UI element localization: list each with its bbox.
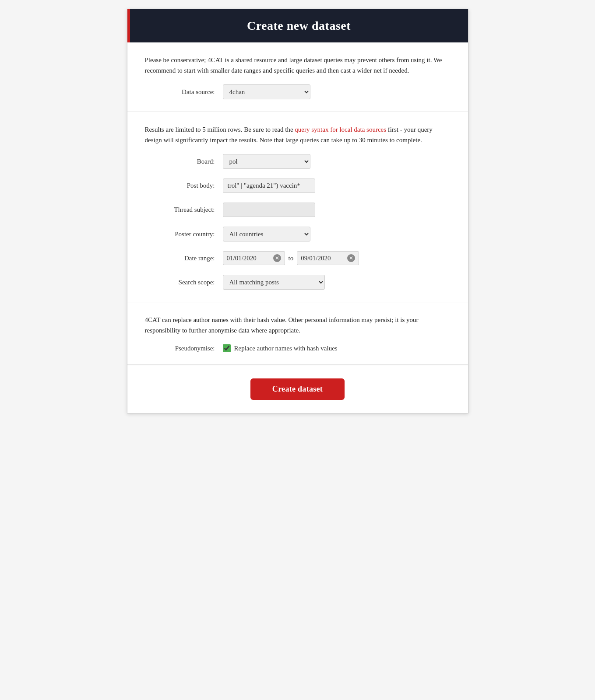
pseudonymise-checkbox[interactable] [223,344,231,352]
datasource-row: Data source: 4chan Reddit Twitter Instag… [145,84,451,99]
start-date-clear-button[interactable]: ✕ [273,254,281,262]
query-info-text: Results are limited to 5 million rows. B… [145,124,451,145]
poster-country-row: Poster country: All countries United Sta… [145,227,451,242]
start-date-wrapper: ✕ [223,251,285,265]
post-body-label: Post body: [145,182,215,189]
pseudonymise-checkbox-label: Replace author names with hash values [234,345,338,352]
page-container: Create new dataset Please be conservativ… [127,9,468,413]
intro-section: Please be conservative; 4CAT is a shared… [127,42,468,112]
date-range-label: Date range: [145,255,215,262]
date-range-row: Date range: ✕ to ✕ [145,251,451,265]
page-title: Create new dataset [139,19,459,33]
anonymise-info-text: 4CAT can replace author names with their… [145,315,451,336]
page-header: Create new dataset [127,9,468,42]
end-date-wrapper: ✕ [297,251,359,265]
date-range-to-label: to [289,255,294,262]
post-body-input[interactable] [223,178,315,193]
submit-section: Create dataset [127,365,468,413]
date-range-container: ✕ to ✕ [223,251,359,265]
thread-subject-label: Thread subject: [145,206,215,214]
intro-text: Please be conservative; 4CAT is a shared… [145,55,451,76]
thread-subject-row: Thread subject: [145,203,451,217]
start-date-input[interactable] [227,255,271,262]
post-body-row: Post body: [145,178,451,193]
datasource-label: Data source: [145,88,215,96]
poster-country-select[interactable]: All countries United States United Kingd… [223,227,310,242]
end-date-clear-button[interactable]: ✕ [347,254,355,262]
query-info-before: Results are limited to 5 million rows. B… [145,126,295,133]
pseudonymise-label: Pseudonymise: [145,345,215,352]
pseudonymise-checkbox-wrapper: Replace author names with hash values [223,344,338,352]
thread-subject-input[interactable] [223,203,315,217]
create-dataset-button[interactable]: Create dataset [250,378,345,400]
board-row: Board: pol b v g fit int [145,154,451,169]
pseudonymise-row: Pseudonymise: Replace author names with … [145,344,451,352]
query-syntax-link[interactable]: query syntax for local data sources [295,126,386,133]
search-scope-select[interactable]: All matching posts Threads with matching… [223,275,325,290]
board-label: Board: [145,158,215,165]
end-date-input[interactable] [301,255,345,262]
search-scope-label: Search scope: [145,279,215,286]
anonymise-section: 4CAT can replace author names with their… [127,302,468,365]
search-scope-row: Search scope: All matching posts Threads… [145,275,451,290]
datasource-select[interactable]: 4chan Reddit Twitter Instagram [223,84,310,99]
board-select[interactable]: pol b v g fit int [223,154,310,169]
poster-country-label: Poster country: [145,231,215,238]
query-section: Results are limited to 5 million rows. B… [127,112,468,302]
